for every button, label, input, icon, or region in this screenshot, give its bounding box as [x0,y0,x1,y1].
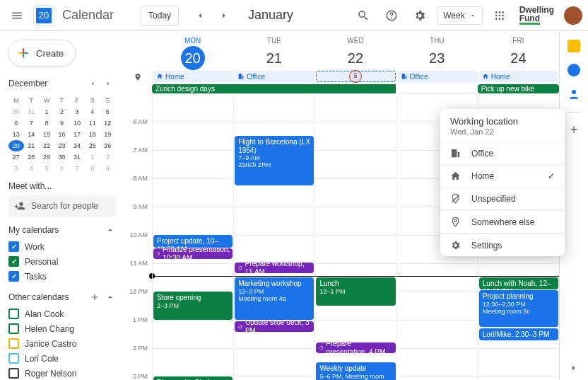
expand-rail-icon[interactable] [569,363,579,373]
mini-day[interactable]: 9 [54,117,70,129]
event[interactable]: Lunch12–1 PM [316,277,395,306]
event[interactable]: Prepare workshop, 11 AM [235,263,314,273]
calendar-checkbox[interactable] [8,309,19,319]
contacts-icon[interactable] [568,88,580,100]
mini-day[interactable]: 3 [8,163,24,174]
event[interactable]: Weekly update5–6 PM, Meeting room 2c [316,362,395,380]
menu-icon[interactable] [6,4,28,27]
view-select[interactable]: Week [437,6,482,25]
mini-day[interactable]: 7 [69,163,85,174]
mini-day[interactable]: 22 [39,140,54,151]
allday-event[interactable]: Zürich design days [152,84,396,93]
mini-day[interactable]: 25 [85,140,100,151]
event[interactable]: Prepare presentation, 4 PM [316,342,395,353]
day-header[interactable]: MON20 [152,37,233,70]
calendar-item[interactable]: Helen Chang [8,321,115,336]
help-icon[interactable] [380,4,403,27]
mini-prev-icon[interactable] [86,76,100,91]
settings-icon[interactable] [408,4,431,27]
day-column[interactable]: Project update, 10–10:30 AMFinalize pres… [152,93,233,380]
mini-day[interactable]: 8 [39,117,54,129]
next-period-button[interactable] [213,4,235,27]
day-header[interactable]: THU23 [396,37,478,70]
calendar-item[interactable]: Janice Castro [8,336,115,351]
mini-day[interactable]: 28 [24,151,40,163]
mini-calendar[interactable]: MTWTFSS303112345678910111213141516171819… [8,95,115,174]
mini-day[interactable]: 5 [39,163,54,174]
event[interactable]: Update slide deck, 3 PM [235,321,314,332]
mini-day[interactable]: 6 [8,117,24,129]
mini-day[interactable]: 20 [8,140,24,151]
day-column[interactable]: Lunch12–1 PMPrepare presentation, 4 PMWe… [314,93,396,380]
mini-day[interactable]: 27 [8,151,24,163]
tasks-icon[interactable] [568,64,580,76]
other-calendars-header[interactable]: Other calendars [8,292,115,302]
calendar-checkbox[interactable] [8,241,19,252]
mini-day[interactable]: 21 [24,140,40,151]
account-avatar[interactable] [564,6,582,25]
mini-day[interactable]: 31 [69,151,85,163]
location-chip[interactable]: Home [479,71,558,82]
popup-option-home[interactable]: Home✓ [440,164,565,187]
day-column[interactable]: Flight to Barcelona (LX 1954)7–9 AMZüric… [233,93,314,380]
mini-day[interactable]: 14 [24,129,40,140]
calendar-item[interactable]: Personal [8,254,115,269]
prev-period-button[interactable] [189,4,211,27]
calendar-item[interactable]: Roger Nelson [8,366,115,380]
mini-day[interactable]: 24 [69,140,85,151]
calendar-checkbox[interactable] [8,353,19,364]
mini-day[interactable]: 31 [24,106,40,117]
apps-icon[interactable] [488,4,511,27]
mini-day[interactable]: 2 [100,151,115,163]
mini-day[interactable]: 15 [39,129,54,140]
mini-day[interactable]: 12 [100,117,115,129]
mini-day[interactable]: 16 [54,129,70,140]
calendar-item[interactable]: Work [8,239,115,254]
location-chip[interactable]: Office [235,71,314,82]
mini-day[interactable]: 17 [69,129,85,140]
mini-day[interactable]: 29 [39,151,54,163]
mini-day[interactable]: 7 [24,117,40,129]
mini-day[interactable]: 30 [8,106,24,117]
calendar-checkbox[interactable] [8,271,19,282]
mini-day[interactable]: 26 [100,140,115,151]
calendar-item[interactable]: Lori Cole [8,351,115,366]
mini-day[interactable]: 18 [85,129,100,140]
mini-day[interactable]: 30 [54,151,70,163]
day-header[interactable]: TUE21 [233,37,314,70]
event[interactable]: Project update, 10–10:30 AM [153,235,233,248]
mini-day[interactable]: 5 [100,106,115,117]
mini-day[interactable]: 11 [85,117,100,129]
mini-day[interactable]: 23 [54,140,70,151]
day-header[interactable]: WED22 [314,37,396,70]
mini-day[interactable]: 10 [69,117,85,129]
mini-day[interactable]: 3 [69,106,85,117]
event[interactable]: Dinner with Gloria [153,376,233,380]
calendar-checkbox[interactable] [8,338,19,349]
search-icon[interactable] [352,4,375,27]
mini-next-icon[interactable] [101,76,115,91]
popup-option-gear[interactable]: Settings [440,234,565,256]
location-chip-empty[interactable] [316,71,395,82]
event[interactable]: Lori/Mike, 2:30–3 PM [479,328,558,340]
keep-icon[interactable] [568,40,580,52]
calendar-checkbox[interactable] [8,323,19,334]
calendar-checkbox[interactable] [8,256,19,267]
event[interactable]: Finalize presentation, 10:30 AM [153,248,233,259]
create-button[interactable]: Create [8,40,76,67]
calendar-item[interactable]: Tasks [8,269,115,284]
popup-option-unspec[interactable]: Unspecified [440,187,565,209]
mini-day[interactable]: 1 [39,106,54,117]
add-addon-icon[interactable] [568,124,580,135]
mini-day[interactable]: 13 [8,129,24,140]
day-header[interactable]: FRI24 [478,37,559,70]
calendar-checkbox[interactable] [8,368,19,379]
event[interactable]: Lunch with Noah, 12–12:30 PM [479,277,558,289]
calendar-item[interactable]: Alan Cook [8,306,115,321]
mini-day[interactable]: 19 [100,129,115,140]
event[interactable]: Store opening2–3 PM [153,292,233,320]
mini-day[interactable]: 6 [54,163,70,174]
search-people-input[interactable]: Search for people [8,195,115,217]
mini-day[interactable]: 8 [85,163,100,174]
add-calendar-icon[interactable] [90,292,100,302]
